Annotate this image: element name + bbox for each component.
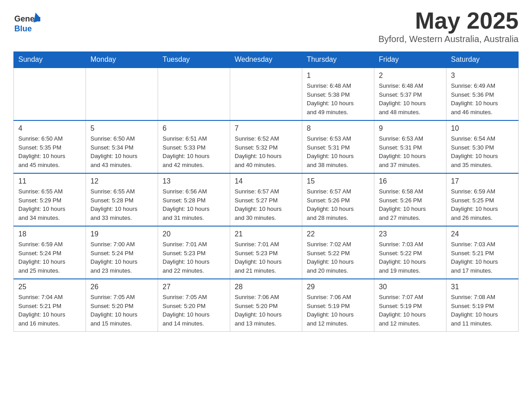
calendar-week-row: 11Sunrise: 6:55 AM Sunset: 5:29 PM Dayli… bbox=[14, 173, 519, 226]
table-row: 15Sunrise: 6:57 AM Sunset: 5:26 PM Dayli… bbox=[302, 173, 374, 226]
day-info: Sunrise: 6:49 AM Sunset: 5:36 PM Dayligh… bbox=[451, 81, 514, 116]
day-number: 9 bbox=[379, 124, 442, 133]
day-number: 24 bbox=[451, 230, 514, 238]
day-number: 20 bbox=[163, 230, 225, 238]
table-row: 3Sunrise: 6:49 AM Sunset: 5:36 PM Daylig… bbox=[446, 68, 519, 120]
day-info: Sunrise: 6:54 AM Sunset: 5:30 PM Dayligh… bbox=[451, 134, 514, 169]
calendar-week-row: 1Sunrise: 6:48 AM Sunset: 5:38 PM Daylig… bbox=[14, 68, 519, 120]
table-row: 8Sunrise: 6:53 AM Sunset: 5:31 PM Daylig… bbox=[302, 120, 374, 173]
day-info: Sunrise: 6:55 AM Sunset: 5:29 PM Dayligh… bbox=[18, 187, 81, 222]
day-number: 14 bbox=[235, 177, 297, 185]
table-row: 17Sunrise: 6:59 AM Sunset: 5:25 PM Dayli… bbox=[446, 173, 519, 226]
table-row: 9Sunrise: 6:53 AM Sunset: 5:31 PM Daylig… bbox=[374, 120, 446, 173]
day-number: 12 bbox=[90, 177, 153, 185]
day-info: Sunrise: 6:59 AM Sunset: 5:24 PM Dayligh… bbox=[18, 240, 81, 275]
logo: General Blue bbox=[13, 9, 40, 36]
table-row: 24Sunrise: 7:03 AM Sunset: 5:21 PM Dayli… bbox=[446, 226, 519, 279]
table-row: 5Sunrise: 6:50 AM Sunset: 5:34 PM Daylig… bbox=[86, 120, 158, 173]
table-row: 12Sunrise: 6:55 AM Sunset: 5:28 PM Dayli… bbox=[86, 173, 158, 226]
day-info: Sunrise: 7:05 AM Sunset: 5:20 PM Dayligh… bbox=[90, 293, 153, 328]
table-row: 29Sunrise: 7:06 AM Sunset: 5:19 PM Dayli… bbox=[302, 279, 374, 332]
table-row bbox=[230, 68, 302, 120]
table-row: 31Sunrise: 7:08 AM Sunset: 5:19 PM Dayli… bbox=[446, 279, 519, 332]
day-number: 3 bbox=[451, 72, 514, 80]
day-info: Sunrise: 7:00 AM Sunset: 5:24 PM Dayligh… bbox=[90, 240, 153, 275]
day-number: 6 bbox=[163, 124, 225, 133]
day-info: Sunrise: 6:53 AM Sunset: 5:31 PM Dayligh… bbox=[307, 134, 369, 169]
logo-icon: General Blue bbox=[13, 9, 40, 36]
col-wednesday: Wednesday bbox=[230, 52, 302, 68]
day-number: 7 bbox=[235, 124, 297, 133]
day-number: 31 bbox=[451, 283, 514, 291]
col-friday: Friday bbox=[374, 52, 446, 68]
day-info: Sunrise: 7:06 AM Sunset: 5:20 PM Dayligh… bbox=[235, 293, 297, 328]
day-number: 1 bbox=[307, 72, 369, 80]
day-number: 16 bbox=[379, 177, 442, 185]
table-row: 11Sunrise: 6:55 AM Sunset: 5:29 PM Dayli… bbox=[14, 173, 86, 226]
table-row: 7Sunrise: 6:52 AM Sunset: 5:32 PM Daylig… bbox=[230, 120, 302, 173]
day-info: Sunrise: 6:51 AM Sunset: 5:33 PM Dayligh… bbox=[163, 134, 225, 169]
table-row: 10Sunrise: 6:54 AM Sunset: 5:30 PM Dayli… bbox=[446, 120, 519, 173]
calendar-title: May 2025 bbox=[378, 9, 519, 32]
table-row bbox=[86, 68, 158, 120]
day-info: Sunrise: 7:03 AM Sunset: 5:22 PM Dayligh… bbox=[379, 240, 442, 275]
day-info: Sunrise: 6:48 AM Sunset: 5:38 PM Dayligh… bbox=[307, 81, 369, 116]
day-info: Sunrise: 6:57 AM Sunset: 5:27 PM Dayligh… bbox=[235, 187, 297, 222]
day-number: 19 bbox=[90, 230, 153, 238]
day-number: 10 bbox=[451, 124, 514, 133]
table-row bbox=[14, 68, 86, 120]
day-number: 8 bbox=[307, 124, 369, 133]
day-number: 17 bbox=[451, 177, 514, 185]
day-number: 25 bbox=[18, 283, 81, 291]
table-row: 19Sunrise: 7:00 AM Sunset: 5:24 PM Dayli… bbox=[86, 226, 158, 279]
page-header: General Blue May 2025 Byford, Western Au… bbox=[13, 9, 519, 44]
day-number: 26 bbox=[90, 283, 153, 291]
col-tuesday: Tuesday bbox=[158, 52, 230, 68]
table-row: 16Sunrise: 6:58 AM Sunset: 5:26 PM Dayli… bbox=[374, 173, 446, 226]
day-info: Sunrise: 6:58 AM Sunset: 5:26 PM Dayligh… bbox=[379, 187, 442, 222]
table-row: 25Sunrise: 7:04 AM Sunset: 5:21 PM Dayli… bbox=[14, 279, 86, 332]
day-info: Sunrise: 7:06 AM Sunset: 5:19 PM Dayligh… bbox=[307, 293, 369, 328]
table-row: 30Sunrise: 7:07 AM Sunset: 5:19 PM Dayli… bbox=[374, 279, 446, 332]
table-row: 1Sunrise: 6:48 AM Sunset: 5:38 PM Daylig… bbox=[302, 68, 374, 120]
col-monday: Monday bbox=[86, 52, 158, 68]
day-number: 29 bbox=[307, 283, 369, 291]
calendar-week-row: 4Sunrise: 6:50 AM Sunset: 5:35 PM Daylig… bbox=[14, 120, 519, 173]
calendar-week-row: 18Sunrise: 6:59 AM Sunset: 5:24 PM Dayli… bbox=[14, 226, 519, 279]
day-info: Sunrise: 7:03 AM Sunset: 5:21 PM Dayligh… bbox=[451, 240, 514, 275]
day-number: 23 bbox=[379, 230, 442, 238]
col-sunday: Sunday bbox=[14, 52, 86, 68]
table-row: 26Sunrise: 7:05 AM Sunset: 5:20 PM Dayli… bbox=[86, 279, 158, 332]
day-info: Sunrise: 6:50 AM Sunset: 5:34 PM Dayligh… bbox=[90, 134, 153, 169]
calendar-subtitle: Byford, Western Australia, Australia bbox=[378, 34, 519, 44]
table-row: 2Sunrise: 6:48 AM Sunset: 5:37 PM Daylig… bbox=[374, 68, 446, 120]
day-info: Sunrise: 7:01 AM Sunset: 5:23 PM Dayligh… bbox=[163, 240, 225, 275]
svg-text:Blue: Blue bbox=[14, 24, 32, 33]
table-row: 13Sunrise: 6:56 AM Sunset: 5:28 PM Dayli… bbox=[158, 173, 230, 226]
day-info: Sunrise: 6:50 AM Sunset: 5:35 PM Dayligh… bbox=[18, 134, 81, 169]
day-info: Sunrise: 6:52 AM Sunset: 5:32 PM Dayligh… bbox=[235, 134, 297, 169]
day-info: Sunrise: 7:05 AM Sunset: 5:20 PM Dayligh… bbox=[163, 293, 225, 328]
day-number: 11 bbox=[18, 177, 81, 185]
day-info: Sunrise: 6:53 AM Sunset: 5:31 PM Dayligh… bbox=[379, 134, 442, 169]
day-info: Sunrise: 6:56 AM Sunset: 5:28 PM Dayligh… bbox=[163, 187, 225, 222]
day-info: Sunrise: 7:01 AM Sunset: 5:23 PM Dayligh… bbox=[235, 240, 297, 275]
table-row: 21Sunrise: 7:01 AM Sunset: 5:23 PM Dayli… bbox=[230, 226, 302, 279]
day-number: 13 bbox=[163, 177, 225, 185]
day-info: Sunrise: 7:08 AM Sunset: 5:19 PM Dayligh… bbox=[451, 293, 514, 328]
calendar-header-row: Sunday Monday Tuesday Wednesday Thursday… bbox=[14, 52, 519, 68]
table-row: 23Sunrise: 7:03 AM Sunset: 5:22 PM Dayli… bbox=[374, 226, 446, 279]
day-number: 21 bbox=[235, 230, 297, 238]
day-number: 27 bbox=[163, 283, 225, 291]
table-row: 18Sunrise: 6:59 AM Sunset: 5:24 PM Dayli… bbox=[14, 226, 86, 279]
day-number: 15 bbox=[307, 177, 369, 185]
day-number: 5 bbox=[90, 124, 153, 133]
day-info: Sunrise: 6:55 AM Sunset: 5:28 PM Dayligh… bbox=[90, 187, 153, 222]
day-info: Sunrise: 6:59 AM Sunset: 5:25 PM Dayligh… bbox=[451, 187, 514, 222]
calendar-table: Sunday Monday Tuesday Wednesday Thursday… bbox=[13, 51, 519, 332]
day-number: 4 bbox=[18, 124, 81, 133]
table-row: 14Sunrise: 6:57 AM Sunset: 5:27 PM Dayli… bbox=[230, 173, 302, 226]
table-row: 28Sunrise: 7:06 AM Sunset: 5:20 PM Dayli… bbox=[230, 279, 302, 332]
day-info: Sunrise: 7:04 AM Sunset: 5:21 PM Dayligh… bbox=[18, 293, 81, 328]
day-info: Sunrise: 6:57 AM Sunset: 5:26 PM Dayligh… bbox=[307, 187, 369, 222]
